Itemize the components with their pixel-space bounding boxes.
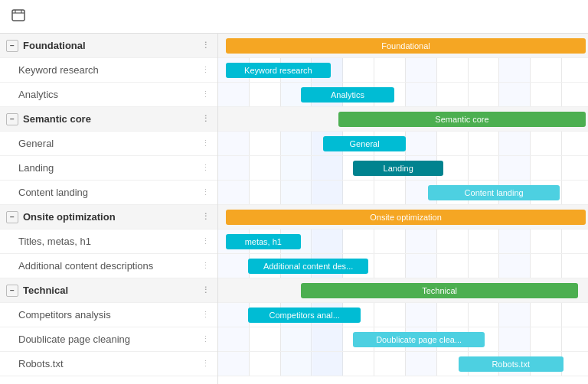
gantt-bar-6[interactable]: Content landing [428,185,560,200]
task-row-analytics[interactable]: Analytics⋮ [0,83,217,107]
drag-icon-landing[interactable]: ⋮ [199,162,211,174]
row-actions-titles-metas[interactable]: ⋮ [199,236,211,248]
task-row-landing[interactable]: Landing⋮ [0,156,217,181]
task-row-robots-txt[interactable]: Robots.txt⋮ [0,352,217,376]
gantt-bar-8[interactable]: metas, h1 [226,234,301,249]
drag-icon-technical[interactable]: ⋮ [199,285,211,297]
task-label-content-landing: Content landing [18,187,88,198]
drag-icon-analytics[interactable]: ⋮ [199,89,211,101]
header-icon [11,8,26,25]
app-header [0,0,588,34]
task-label-doublicate-page: Doublicate page cleaning [18,334,130,345]
task-list-panel: −Foundational⋮Keyword research⋮Analytics… [0,34,218,384]
row-actions-analytics[interactable]: ⋮ [199,89,211,101]
expand-btn-foundational[interactable]: − [6,40,18,52]
task-label-robots-txt: Robots.txt [18,358,64,369]
drag-icon-additional-content[interactable]: ⋮ [199,260,211,272]
task-label-semantic-core: Semantic core [23,113,91,125]
task-label-onsite-optimization: Onsite optimization [23,211,116,223]
expand-btn-onsite-optimization[interactable]: − [6,211,18,223]
task-label-technical: Technical [23,285,68,296]
gantt-bar-9[interactable]: Additional content des... [248,259,368,274]
drag-icon-foundational[interactable]: ⋮ [199,40,211,52]
task-row-competitors-analysis[interactable]: Competitors analysis⋮ [0,303,217,327]
task-row-general[interactable]: General⋮ [0,132,217,156]
task-row-technical[interactable]: −Technical⋮ [0,278,217,303]
gantt-bar-4[interactable]: General [323,136,406,151]
drag-icon-general[interactable]: ⋮ [199,138,211,150]
task-label-keyword-research: Keyword research [18,64,99,76]
task-label-landing: Landing [18,162,54,174]
gantt-bar-1[interactable]: Keyword research [226,63,331,78]
gantt-bar-7[interactable]: Onsite optimization [226,210,586,225]
gantt-panel: FoundationalKeyword researchAnalyticsSem… [218,34,588,384]
drag-icon-semantic-core[interactable]: ⋮ [199,113,211,125]
task-label-analytics: Analytics [18,89,58,100]
drag-icon-competitors-analysis[interactable]: ⋮ [199,309,211,321]
task-label-competitors-analysis: Competitors analysis [18,309,111,321]
drag-icon-content-landing[interactable]: ⋮ [199,187,211,199]
expand-btn-technical[interactable]: − [6,285,18,297]
row-actions-additional-content[interactable]: ⋮ [199,260,211,272]
gantt-row-analytics [218,83,588,107]
drag-icon-onsite-optimization[interactable]: ⋮ [199,211,211,223]
svg-rect-0 [12,10,24,21]
gantt-bar-10[interactable]: Technical [301,283,579,298]
row-actions-foundational[interactable]: ⋮ [199,40,211,52]
row-actions-semantic-core[interactable]: ⋮ [199,113,211,125]
drag-icon-titles-metas[interactable]: ⋮ [199,236,211,248]
row-actions-technical[interactable]: ⋮ [199,285,211,297]
main-content: −Foundational⋮Keyword research⋮Analytics… [0,34,588,384]
gantt-chart: FoundationalKeyword researchAnalyticsSem… [218,34,588,376]
gantt-bar-12[interactable]: Doublicate page clea... [353,332,485,347]
row-actions-onsite-optimization[interactable]: ⋮ [199,211,211,223]
row-actions-robots-txt[interactable]: ⋮ [199,358,211,370]
task-label-foundational: Foundational [23,40,86,51]
row-actions-content-landing[interactable]: ⋮ [199,187,211,199]
gantt-bar-11[interactable]: Competitors anal... [248,308,361,323]
drag-icon-keyword-research[interactable]: ⋮ [199,64,211,76]
row-actions-doublicate-page[interactable]: ⋮ [199,334,211,346]
gantt-bar-5[interactable]: Landing [353,161,443,176]
drag-icon-doublicate-page[interactable]: ⋮ [199,334,211,346]
task-row-additional-content[interactable]: Additional content descriptions⋮ [0,254,217,278]
row-actions-landing[interactable]: ⋮ [199,162,211,174]
task-row-titles-metas[interactable]: Titles, metas, h1⋮ [0,229,217,254]
drag-icon-robots-txt[interactable]: ⋮ [199,358,211,370]
task-label-titles-metas: Titles, metas, h1 [18,236,91,247]
row-actions-general[interactable]: ⋮ [199,138,211,150]
gantt-bar-13[interactable]: Robots.txt [459,356,564,372]
gantt-bar-3[interactable]: Semantic core [338,112,586,127]
gantt-bar-2[interactable]: Analytics [301,87,395,103]
task-row-doublicate-page[interactable]: Doublicate page cleaning⋮ [0,327,217,352]
gantt-bar-0[interactable]: Foundational [226,38,586,54]
row-actions-competitors-analysis[interactable]: ⋮ [199,309,211,321]
task-row-content-landing[interactable]: Content landing⋮ [0,181,217,205]
task-row-keyword-research[interactable]: Keyword research⋮ [0,58,217,83]
task-label-general: General [18,138,54,149]
expand-btn-semantic-core[interactable]: − [6,113,18,125]
task-row-semantic-core[interactable]: −Semantic core⋮ [0,107,217,132]
task-row-onsite-optimization[interactable]: −Onsite optimization⋮ [0,205,217,229]
row-actions-keyword-research[interactable]: ⋮ [199,64,211,76]
task-row-foundational[interactable]: −Foundational⋮ [0,34,217,58]
task-label-additional-content: Additional content descriptions [18,260,153,272]
